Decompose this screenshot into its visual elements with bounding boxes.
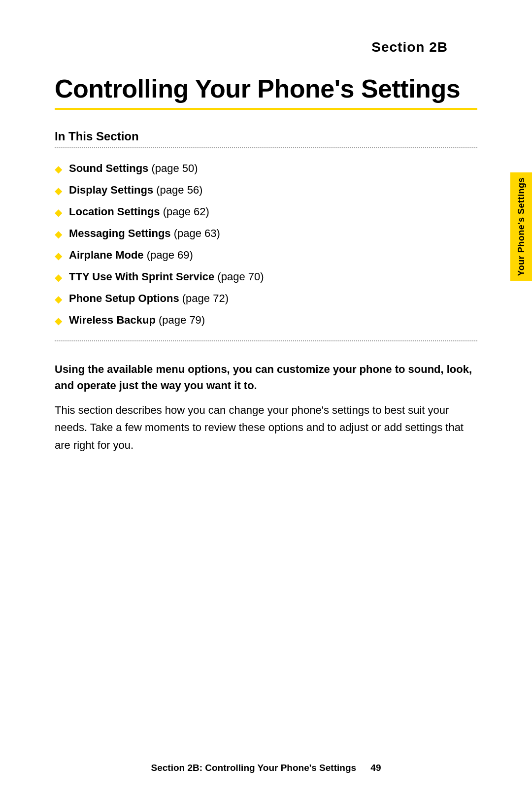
list-item: ◆ Phone Setup Options (page 72) [55,292,477,305]
list-item: ◆ Wireless Backup (page 79) [55,314,477,327]
toc-item-bold: Wireless Backup [69,314,156,326]
toc-item-normal: (page 69) [144,249,193,261]
toc-item-bold: Phone Setup Options [69,292,179,304]
toc-item-bold: Display Settings [69,184,153,196]
title-underline [55,108,477,110]
diamond-icon: ◆ [55,163,62,175]
toc-item-bold: Sound Settings [69,162,148,174]
diamond-icon: ◆ [55,206,62,218]
toc-item-bold: Messaging Settings [69,227,171,239]
side-tab: Your Phone's Settings [510,172,532,281]
dotted-line-bottom [55,340,477,341]
list-item: ◆ Display Settings (page 56) [55,184,477,197]
footer-text: Section 2B: Controlling Your Phone's Set… [151,763,381,773]
toc-item-normal: (page 72) [179,292,229,304]
page-title: Controlling Your Phone's Settings [55,75,477,103]
diamond-icon: ◆ [55,271,62,283]
in-this-section-heading: In This Section [55,130,477,143]
section-label: Section 2B [55,39,477,55]
list-item: ◆ Sound Settings (page 50) [55,162,477,175]
dotted-line-top [55,147,477,148]
diamond-icon: ◆ [55,315,62,327]
footer: Section 2B: Controlling Your Phone's Set… [55,763,477,773]
toc-item-normal: (page 70) [214,270,264,283]
intro-normal: This section describes how you can chang… [55,401,477,454]
toc-item-normal: (page 79) [156,314,205,326]
intro-bold: Using the available menu options, you ca… [55,361,477,394]
page-container: Section 2B Controlling Your Phone's Sett… [0,0,532,798]
diamond-icon: ◆ [55,293,62,305]
diamond-icon: ◆ [55,228,62,240]
list-item: ◆ TTY Use With Sprint Service (page 70) [55,270,477,283]
side-tab-label: Your Phone's Settings [516,177,527,276]
toc-item-normal: (page 62) [160,205,209,218]
list-item: ◆ Messaging Settings (page 63) [55,227,477,240]
toc-item-bold: Location Settings [69,205,160,218]
diamond-icon: ◆ [55,250,62,262]
footer-section-label: Section 2B: Controlling Your Phone's Set… [151,763,357,773]
toc-item-normal: (page 50) [148,162,198,174]
diamond-icon: ◆ [55,185,62,197]
list-item: ◆ Airplane Mode (page 69) [55,249,477,262]
toc-list: ◆ Sound Settings (page 50) ◆ Display Set… [55,162,477,327]
toc-item-bold: Airplane Mode [69,249,144,261]
list-item: ◆ Location Settings (page 62) [55,205,477,218]
footer-page-number: 49 [370,763,381,773]
toc-item-bold: TTY Use With Sprint Service [69,270,214,283]
toc-item-normal: (page 56) [153,184,202,196]
toc-item-normal: (page 63) [171,227,220,239]
